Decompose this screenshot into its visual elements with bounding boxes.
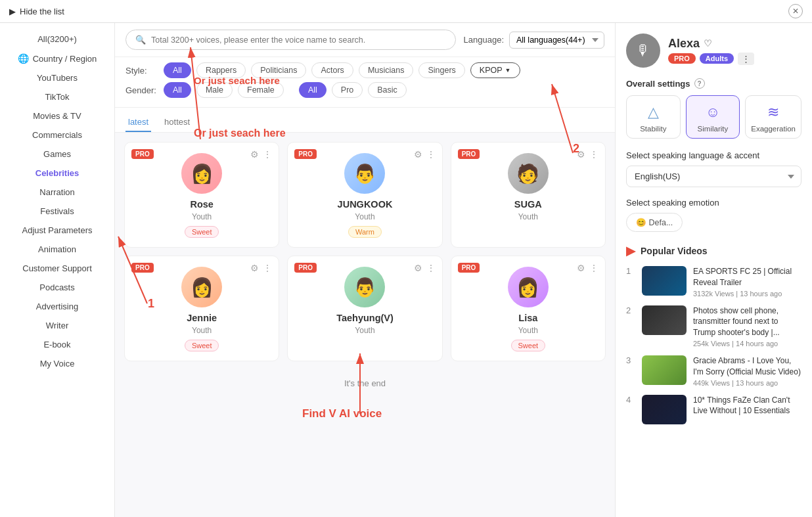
pro-badge-suga: PRO [458,149,480,159]
voice-card-lisa: PRO ⚙ ⋮ 👩 Lisa Youth Sweet [451,256,606,361]
gear-icon-jungkook[interactable]: ⚙ [414,149,422,160]
voice-tag-lisa: Sweet [511,340,546,351]
sidebar-item-youtubers[interactable]: YouTubers [0,68,114,87]
voice-style-taehyung: Youth [355,326,374,335]
sidebar-item-advertising[interactable]: Advertising [0,297,114,316]
sidebar-item-games[interactable]: Games [0,145,114,164]
pro-badge-jennie: PRO [131,263,154,273]
gear-icon-lisa[interactable]: ⚙ [577,263,585,273]
sidebar-item-celebrities[interactable]: Celebrities [0,164,114,183]
voice-grid-wrapper: Or just seach here PRO ⚙ ⋮ 👩 Rose Youth … [115,133,615,407]
stability-label: Stability [640,125,666,133]
more-icon-rose[interactable]: ⋮ [263,149,272,160]
sidebar-item-country-label: Country / Region [33,54,97,64]
language-label: Language: [464,35,504,45]
sidebar-item-narration[interactable]: Narration [0,183,114,202]
close-button[interactable]: ✕ [788,4,803,18]
style-btn-singers[interactable]: Singers [418,62,464,78]
settings-cards: △ Stability ☺ Similarity ≋ Exaggeration [626,95,801,139]
voice-tag-jungkook: Warm [348,226,382,238]
style-btn-politicians[interactable]: Politicians [251,62,306,78]
card-actions-taehyung: ⚙ ⋮ [414,263,436,273]
help-icon[interactable]: ? [694,78,705,89]
gear-icon-taehyung[interactable]: ⚙ [414,263,422,273]
video-item-4[interactable]: 4 10* Things FaZe Clan Can't Live Withou… [626,395,801,424]
voice-style-jennie: Youth [192,326,212,335]
video-thumb-1 [642,266,687,296]
gear-icon-rose[interactable]: ⚙ [250,149,259,160]
sidebar-item-adjust-parameters[interactable]: Adjust Parameters [0,221,114,240]
voice-style-rose: Youth [192,212,212,221]
settings-card-similarity[interactable]: ☺ Similarity [686,95,740,139]
tab-latest[interactable]: latest [125,113,151,132]
sidebar-item-movies-tv[interactable]: Movies & TV [0,106,114,125]
tab-hottest[interactable]: hottest [162,113,192,132]
voice-name-jennie: Jennie [187,313,217,323]
settings-card-stability[interactable]: △ Stability [626,95,681,139]
badge-more[interactable]: ⋮ [738,53,754,65]
video-item-2[interactable]: 2 Photos show cell phone, transmitter fo… [626,305,801,348]
more-icon-jennie[interactable]: ⋮ [263,263,272,273]
type-btn-basic[interactable]: Basic [368,82,407,98]
center-panel: 🔍 Language: All languages(44+) Style: Al… [115,23,615,517]
heart-icon[interactable]: ♡ [704,38,712,49]
video-num-4: 4 [626,395,635,405]
badge-adults: Adults [700,53,734,64]
video-meta-2: 254k Views | 14 hours ago [693,340,801,348]
style-btn-kpop[interactable]: KPOP ▼ [470,62,520,78]
speaking-language-select[interactable]: English(US) [626,166,801,187]
search-row: 🔍 Language: All languages(44+) [125,30,604,50]
similarity-label: Similarity [698,125,729,133]
style-btn-all[interactable]: All [164,62,191,78]
more-icon-lisa[interactable]: ⋮ [589,263,598,273]
more-icon-taehyung[interactable]: ⋮ [426,263,436,273]
sidebar-item-country-region[interactable]: 🌐 Country / Region [0,49,114,68]
sidebar-item-my-voice[interactable]: My Voice [0,354,114,373]
search-icon: 🔍 [135,35,146,45]
sidebar-item-customer-support[interactable]: Customer Support [0,259,114,278]
gender-btn-female[interactable]: Female [238,82,284,98]
sidebar-item-all[interactable]: All(3200+) [0,30,114,49]
gender-btn-male[interactable]: Male [196,82,233,98]
pro-badge-jungkook: PRO [294,149,317,159]
sidebar-item-commercials[interactable]: Commercials [0,125,114,145]
search-input[interactable] [151,35,446,45]
video-info-2: Photos show cell phone, transmitter foun… [693,305,801,348]
avatar-lisa: 👩 [508,267,549,307]
voice-name-rose: Rose [190,199,213,210]
video-item-1[interactable]: 1 EA SPORTS FC 25 | Official Reveal Trai… [626,266,801,298]
gear-icon-jennie[interactable]: ⚙ [250,263,259,273]
sidebar-item-animation[interactable]: Animation [0,240,114,259]
video-info-1: EA SPORTS FC 25 | Official Reveal Traile… [693,266,801,298]
style-btn-rappers[interactable]: Rappers [196,62,246,78]
language-select[interactable]: All languages(44+) [509,32,604,49]
sidebar-item-festivals[interactable]: Festivals [0,202,114,221]
sidebar-item-writer[interactable]: Writer [0,316,114,335]
style-btn-actors[interactable]: Actors [311,62,353,78]
settings-card-exaggeration[interactable]: ≋ Exaggeration [745,95,801,139]
right-panel: 🎙 Alexa ♡ PRO Adults ⋮ Overall settings … [615,23,812,517]
voice-card-jungkook: PRO ⚙ ⋮ 👨 JUNGKOOK Youth Warm [287,142,442,248]
hide-list-label: Hide the list [20,7,64,16]
card-actions-lisa: ⚙ ⋮ [577,263,598,273]
card-actions-rose: ⚙ ⋮ [250,149,272,160]
filter-bar: Style: All Rappers Politicians Actors Mu… [115,57,615,108]
video-item-3[interactable]: 3 Gracie Abrams - I Love You, I'm Sorry … [626,355,801,387]
sidebar-item-tiktok[interactable]: TikTok [0,87,114,106]
gender-btn-all[interactable]: All [164,82,191,98]
voice-style-suga: Youth [518,212,538,221]
style-btn-musicians[interactable]: Musicians [359,62,414,78]
gender-label: Gender: [125,85,158,95]
search-box[interactable]: 🔍 [125,30,456,50]
emotion-button[interactable]: 😊 Defa... [626,213,683,232]
more-icon-suga[interactable]: ⋮ [589,149,598,160]
more-icon-jungkook[interactable]: ⋮ [426,149,436,160]
type-btn-pro[interactable]: Pro [332,82,363,98]
gear-icon-suga[interactable]: ⚙ [577,149,585,160]
sidebar-item-ebook[interactable]: E-book [0,335,114,354]
speaking-language-label: Select speaking language & accent [626,150,801,160]
hide-list-button[interactable]: ▶ Hide the list [9,7,64,16]
type-btn-all[interactable]: All [299,82,327,98]
profile-info: Alexa ♡ PRO Adults ⋮ [668,37,754,65]
sidebar-item-podcasts[interactable]: Podcasts [0,278,114,297]
